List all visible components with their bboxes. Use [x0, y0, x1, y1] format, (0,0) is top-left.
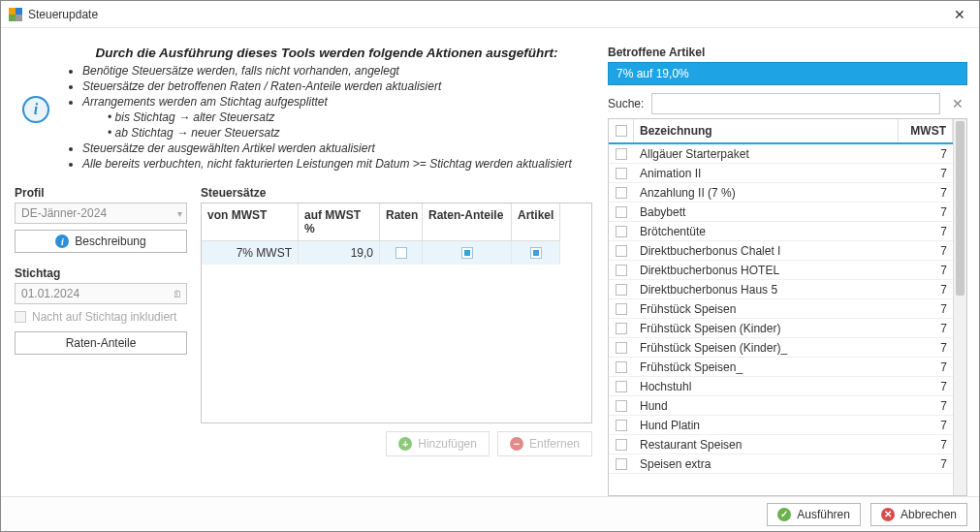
plus-icon: +: [398, 437, 412, 451]
cell-anteile[interactable]: [423, 241, 512, 265]
col-artikel[interactable]: Artikel: [512, 203, 560, 241]
article-checkbox[interactable]: [609, 381, 634, 392]
article-row[interactable]: Animation II7: [609, 164, 953, 183]
article-checkbox[interactable]: [609, 148, 634, 160]
article-checkbox[interactable]: [609, 284, 634, 296]
article-name: Direktbucherbonus HOTEL: [634, 264, 899, 277]
article-row[interactable]: Allgäuer Starterpaket7: [609, 144, 953, 164]
article-row[interactable]: Brötchentüte7: [609, 222, 953, 241]
article-row[interactable]: Direktbucherbonus HOTEL7: [609, 261, 953, 280]
article-checkbox[interactable]: [609, 400, 634, 412]
remove-button[interactable]: − Entfernen: [497, 431, 592, 456]
cell-artikel[interactable]: [512, 241, 560, 265]
article-row[interactable]: Restaurant Speisen7: [609, 435, 953, 454]
article-mwst: 7: [899, 457, 953, 471]
article-name: Babybett: [634, 205, 899, 219]
article-mwst: 7: [899, 322, 953, 335]
close-button[interactable]: ✕: [940, 1, 979, 28]
article-checkbox[interactable]: [609, 206, 634, 218]
chevron-down-icon: ▾: [177, 208, 182, 219]
col-auf-mwst[interactable]: auf MWST %: [299, 203, 380, 241]
clear-search-icon[interactable]: ✕: [948, 96, 967, 111]
article-checkbox[interactable]: [609, 245, 634, 257]
raten-anteile-button[interactable]: Raten-Anteile: [15, 331, 187, 355]
calendar-icon: 🗓: [173, 289, 182, 299]
info-icon: i: [22, 96, 49, 123]
article-row[interactable]: Frühstück Speisen_7: [609, 358, 953, 377]
description-button[interactable]: i Beschreibung: [15, 230, 187, 253]
article-row[interactable]: Frühstück Speisen7: [609, 299, 953, 319]
col-bezeichnung[interactable]: Bezeichnung: [634, 119, 899, 142]
search-label: Suche:: [608, 97, 644, 110]
article-row[interactable]: Speisen extra7: [609, 454, 953, 474]
cancel-icon: ✕: [881, 508, 895, 521]
article-checkbox[interactable]: [609, 342, 634, 354]
info-bullet: Alle bereits verbuchten, nicht fakturier…: [82, 157, 588, 171]
left-column: i Durch die Ausführung dieses Tools werd…: [15, 46, 592, 496]
article-name: Anzahlung II (7 %): [634, 186, 899, 200]
article-name: Brötchentüte: [634, 225, 899, 238]
article-row[interactable]: Frühstück Speisen (Kinder)7: [609, 319, 953, 338]
article-name: Frühstück Speisen: [634, 302, 899, 316]
col-raten-anteile[interactable]: Raten-Anteile: [423, 203, 512, 241]
article-row[interactable]: Hund7: [609, 396, 953, 416]
check-icon: ✓: [777, 508, 791, 521]
search-input[interactable]: [651, 93, 940, 114]
article-checkbox[interactable]: [609, 187, 634, 199]
checkbox-icon: [15, 311, 26, 323]
col-mwst[interactable]: MWST: [899, 119, 953, 142]
info-bullet: Benötige Steuersätze werden, falls nicht…: [82, 64, 588, 78]
article-checkbox[interactable]: [609, 439, 634, 451]
article-mwst: 7: [899, 244, 953, 258]
article-row[interactable]: Frühstück Speisen (Kinder)_7: [609, 338, 953, 358]
article-row[interactable]: Direktbucherbonus Chalet I7: [609, 241, 953, 261]
execute-button[interactable]: ✓ Ausführen: [767, 503, 861, 526]
article-name: Hochstuhl: [634, 380, 899, 393]
articles-heading: Betroffene Artikel: [608, 46, 967, 59]
article-name: Restaurant Speisen: [634, 438, 899, 452]
cancel-button[interactable]: ✕ Abbrechen: [870, 503, 967, 526]
col-von-mwst[interactable]: von MWST: [202, 203, 299, 241]
scrollbar[interactable]: [953, 119, 966, 495]
profile-combo[interactable]: DE-Jänner-2024 ▾: [15, 203, 187, 224]
stichtag-input[interactable]: 01.01.2024 🗓: [15, 283, 187, 304]
info-bullet: Arrangements werden am Stichtag aufgespl…: [82, 95, 588, 140]
night-checkbox-row[interactable]: Nacht auf Stichtag inkludiert: [15, 310, 187, 324]
stichtag-label: Stichtag: [15, 266, 187, 280]
article-name: Animation II: [634, 167, 899, 180]
article-checkbox[interactable]: [609, 303, 634, 315]
add-button[interactable]: + Hinzufügen: [386, 431, 490, 456]
info-bullet: Steuersätze der ausgewählten Artikel wer…: [82, 141, 588, 155]
rates-column: Steuersätze von MWST auf MWST % Raten Ra…: [201, 186, 592, 456]
profile-column: Profil DE-Jänner-2024 ▾ i Beschreibung S…: [15, 186, 187, 456]
app-icon: [9, 8, 22, 21]
article-checkbox[interactable]: [609, 458, 634, 470]
selected-rate-bar[interactable]: 7% auf 19,0%: [608, 62, 967, 85]
night-checkbox-label: Nacht auf Stichtag inkludiert: [32, 310, 176, 324]
col-select-all[interactable]: [609, 119, 634, 142]
article-name: Frühstück Speisen (Kinder)_: [634, 341, 899, 355]
article-checkbox[interactable]: [609, 168, 634, 179]
article-row[interactable]: Hund Platin7: [609, 416, 953, 435]
article-row[interactable]: Direktbucherbonus Haus 57: [609, 280, 953, 299]
article-checkbox[interactable]: [609, 420, 634, 431]
article-checkbox[interactable]: [609, 361, 634, 373]
rates-header: von MWST auf MWST % Raten Raten-Anteile …: [202, 203, 591, 241]
article-checkbox[interactable]: [609, 323, 634, 334]
article-name: Hund Platin: [634, 419, 899, 432]
cell-raten[interactable]: [380, 241, 423, 265]
articles-header: Bezeichnung MWST: [609, 119, 953, 144]
article-checkbox[interactable]: [609, 265, 634, 276]
article-row[interactable]: Hochstuhl7: [609, 377, 953, 396]
scrollbar-thumb[interactable]: [956, 121, 964, 296]
article-mwst: 7: [899, 186, 953, 200]
info-subbullet: bis Stichtag → alter Steuersatz: [108, 110, 588, 124]
rates-row[interactable]: 7% MWST 19,0: [202, 241, 591, 265]
article-name: Frühstück Speisen (Kinder): [634, 322, 899, 335]
window-title: Steuerupdate: [28, 8, 940, 21]
article-row[interactable]: Babybett7: [609, 203, 953, 222]
article-mwst: 7: [899, 225, 953, 238]
article-checkbox[interactable]: [609, 226, 634, 237]
article-row[interactable]: Anzahlung II (7 %)7: [609, 183, 953, 203]
col-raten[interactable]: Raten: [380, 203, 423, 241]
